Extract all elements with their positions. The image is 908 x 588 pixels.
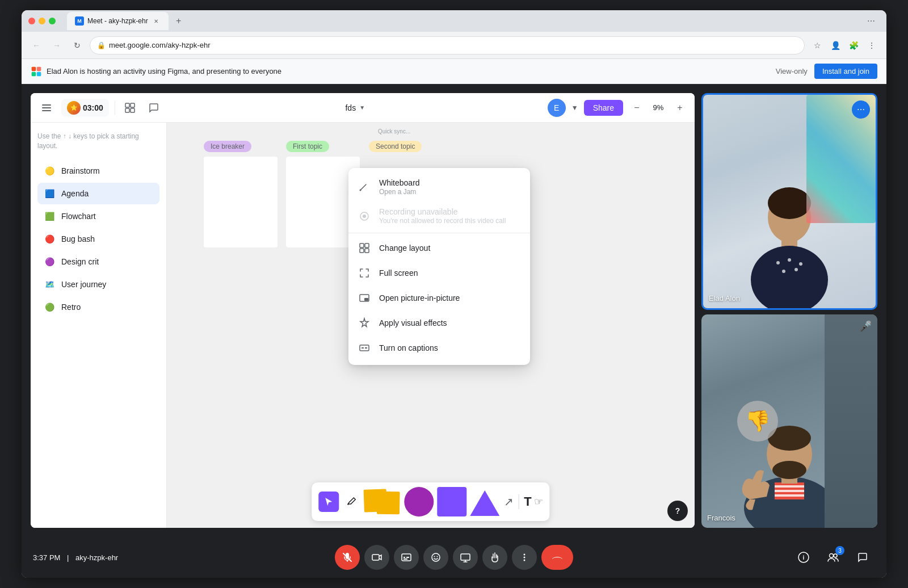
figma-main-canvas[interactable]: Quick sync... Ice breaker First topic Se…: [167, 123, 695, 528]
emoji-button[interactable]: [423, 545, 448, 570]
second-topic-badge: Second topic: [369, 141, 422, 152]
maximize-button[interactable]: [49, 18, 56, 24]
menu-item-whiteboard[interactable]: Whiteboard Open a Jam: [348, 173, 530, 201]
rect-shape[interactable]: [437, 487, 466, 516]
triangle-shape[interactable]: [470, 490, 499, 516]
raise-hand-button[interactable]: [482, 545, 507, 570]
canvas-block-1: [204, 157, 278, 247]
svg-point-29: [799, 262, 802, 266]
menu-item-fullscreen[interactable]: Full screen: [348, 261, 530, 285]
end-call-button[interactable]: [541, 545, 573, 570]
panel-item-design-crit[interactable]: 🟣 Design crit: [37, 251, 159, 272]
text-tool-button[interactable]: T: [518, 494, 531, 509]
brainstorm-label: Brainstorm: [61, 166, 100, 175]
participant-1-more-button[interactable]: ⋯: [852, 100, 870, 119]
svg-rect-16: [360, 249, 364, 253]
retro-label: Retro: [61, 303, 81, 312]
change-layout-content: Change layout: [379, 243, 521, 253]
pencil-tool-button[interactable]: [341, 492, 361, 512]
svg-point-57: [830, 554, 834, 558]
svg-rect-0: [32, 66, 36, 71]
extensions-button[interactable]: 🧩: [846, 37, 861, 53]
reload-button[interactable]: ↻: [69, 37, 85, 53]
recording-title: Recording unavailable: [379, 207, 521, 216]
figma-toolbar: ⭐ 03:00: [31, 93, 695, 123]
window-controls[interactable]: ⋯: [863, 14, 880, 28]
tab-bar: M Meet - aky-hzpk-ehr ✕ +: [67, 12, 858, 30]
info-button[interactable]: i: [791, 545, 816, 570]
arrow-tool-button[interactable]: ↗: [504, 495, 514, 509]
panel-item-brainstorm[interactable]: 🟡 Brainstorm: [37, 160, 159, 182]
svg-point-49: [434, 556, 435, 557]
view-toggle-button[interactable]: [121, 99, 139, 117]
mute-button[interactable]: [335, 545, 360, 570]
dropdown-arrow[interactable]: ▼: [571, 104, 578, 112]
svg-point-26: [751, 246, 828, 308]
minimize-button[interactable]: [39, 18, 45, 24]
shapes-group: [404, 487, 499, 516]
help-button[interactable]: ?: [667, 501, 688, 521]
svg-point-40: [772, 461, 806, 479]
zoom-in-button[interactable]: +: [672, 100, 688, 116]
panel-item-bug-bash[interactable]: 🔴 Bug bash: [37, 228, 159, 250]
svg-rect-19: [364, 298, 368, 301]
brainstorm-icon: 🟡: [43, 165, 56, 177]
comment-button[interactable]: [145, 99, 163, 117]
context-menu: Whiteboard Open a Jam: [348, 168, 530, 365]
change-layout-title: Change layout: [379, 243, 521, 253]
menu-divider-1: [348, 233, 530, 233]
svg-point-27: [776, 261, 780, 264]
circle-shape[interactable]: [404, 487, 434, 516]
share-button[interactable]: Share: [584, 100, 623, 116]
svg-rect-17: [365, 249, 369, 253]
menu-item-change-layout[interactable]: Change layout: [348, 236, 530, 261]
new-tab-button[interactable]: +: [171, 13, 187, 29]
menu-item-visual-effects[interactable]: Apply visual effects: [348, 310, 530, 335]
nav-actions: ☆ 👤 🧩 ⋮: [809, 37, 880, 53]
participants-button[interactable]: 3: [821, 545, 846, 570]
bug-bash-label: Bug bash: [61, 234, 95, 243]
svg-rect-47: [403, 558, 407, 560]
agenda-label: Agenda: [61, 189, 89, 198]
zoom-out-button[interactable]: −: [629, 100, 645, 116]
back-button[interactable]: ←: [28, 37, 44, 53]
select-tool-button[interactable]: [318, 492, 339, 512]
svg-rect-3: [37, 72, 41, 75]
profile-button[interactable]: 👤: [827, 37, 843, 53]
panel-item-retro[interactable]: 🟢 Retro: [37, 296, 159, 318]
address-bar[interactable]: 🔒 meet.google.com/aky-hzpk-ehr: [90, 36, 805, 54]
file-dropdown-arrow[interactable]: ▼: [359, 104, 365, 111]
bookmark-button[interactable]: ☆: [809, 37, 825, 53]
more-button[interactable]: ⋮: [864, 37, 880, 53]
svg-rect-1: [37, 66, 41, 71]
participant-1-name: Elad Alon: [709, 294, 740, 303]
svg-point-11: [360, 189, 361, 191]
captions-button[interactable]: [394, 545, 419, 570]
install-join-button[interactable]: Install and join: [814, 64, 877, 79]
traffic-lights: [28, 18, 56, 24]
chat-button[interactable]: [850, 545, 875, 570]
forward-button[interactable]: →: [49, 37, 65, 53]
camera-button[interactable]: [364, 545, 389, 570]
more-options-button[interactable]: [512, 545, 537, 570]
active-tab[interactable]: M Meet - aky-hzpk-ehr ✕: [67, 12, 169, 30]
present-button[interactable]: [453, 545, 478, 570]
muted-icon: 🎤: [859, 320, 872, 333]
svg-rect-10: [131, 108, 134, 112]
timer-avatar: ⭐: [67, 101, 81, 115]
panel-item-flowchart[interactable]: 🟩 Flowchart: [37, 205, 159, 227]
tab-close-button[interactable]: ✕: [152, 16, 161, 26]
figma-menu-icon[interactable]: [37, 99, 56, 117]
menu-item-pip[interactable]: Open picture-in-picture: [348, 285, 530, 310]
design-crit-icon: 🟣: [43, 255, 56, 268]
view-only-button[interactable]: View-only: [776, 67, 808, 75]
menu-item-recording: Recording unavailable You're not allowed…: [348, 201, 530, 230]
svg-rect-14: [360, 243, 364, 247]
close-button[interactable]: [28, 18, 35, 24]
recording-icon: [358, 209, 371, 223]
panel-item-user-journey[interactable]: 🗺️ User journey: [37, 274, 159, 295]
panel-item-agenda[interactable]: 🟦 Agenda: [37, 183, 159, 204]
first-topic-badge: First topic: [286, 141, 329, 152]
retro-icon: 🟢: [43, 301, 56, 313]
menu-item-captions[interactable]: Turn on captions: [348, 335, 530, 360]
